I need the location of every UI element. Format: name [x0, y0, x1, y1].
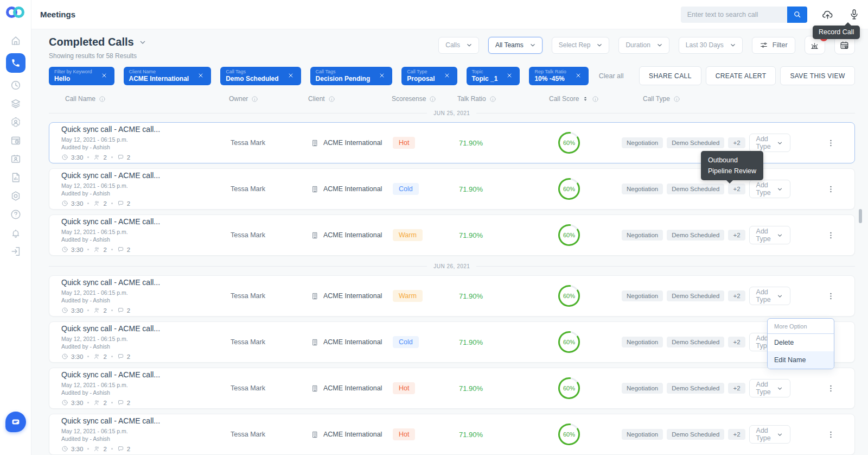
call-type-tag[interactable]: +2	[728, 230, 745, 241]
column-header-owner[interactable]: Owner	[228, 95, 298, 103]
call-title[interactable]: Quick sync call - ACME call...	[61, 278, 228, 287]
sidebar-item-notifications[interactable]	[10, 227, 22, 239]
context-menu-item-edit-name[interactable]: Edit Name	[768, 351, 834, 369]
sidebar-item-help[interactable]	[10, 208, 22, 220]
call-type-tag[interactable]: +2	[728, 429, 745, 440]
sidebar-item-history[interactable]	[10, 79, 22, 91]
row-kebab-menu[interactable]	[824, 136, 838, 150]
dropdown-select-rep[interactable]: Select Rep	[552, 37, 610, 54]
call-title[interactable]: Quick sync call - ACME call...	[61, 324, 228, 333]
call-title[interactable]: Quick sync call - ACME call...	[61, 125, 228, 134]
remove-chip-button[interactable]	[379, 72, 385, 79]
remove-chip-button[interactable]	[197, 72, 204, 79]
call-type-tag: Demo Scheduled	[667, 137, 724, 148]
remove-chip-button[interactable]	[444, 72, 450, 79]
column-header-talk-ratio[interactable]: Talk Ratio	[448, 95, 521, 103]
call-row[interactable]: Quick sync call - ACME call... May 12, 2…	[49, 321, 855, 363]
sidebar-item-file-report[interactable]	[10, 172, 22, 184]
create-alert-button[interactable]: CREATE ALERT	[706, 66, 776, 85]
view-title-text: Completed Calls	[49, 36, 134, 48]
call-score-ring: 60%	[521, 284, 603, 308]
scoresense-badge: Warm	[393, 229, 423, 241]
app-logo[interactable]	[6, 7, 24, 18]
column-header-scoresense[interactable]: Scoresense	[388, 95, 448, 103]
call-title[interactable]: Quick sync call - ACME call...	[61, 416, 228, 425]
call-row[interactable]: Quick sync call - ACME call... May 12, 2…	[49, 275, 855, 317]
row-kebab-menu[interactable]	[824, 289, 838, 303]
call-title[interactable]: Quick sync call - ACME call...	[61, 171, 228, 180]
sidebar-item-phone[interactable]	[6, 53, 25, 73]
call-row[interactable]: Quick sync call - ACME call... May 12, 2…	[49, 414, 855, 455]
column-header-client[interactable]: Client	[298, 95, 388, 103]
info-icon[interactable]	[251, 96, 258, 103]
comments-count: 2	[127, 200, 130, 207]
call-type-tag[interactable]: +2	[728, 184, 745, 194]
add-type-dropdown[interactable]: Add Type	[749, 180, 790, 198]
dropdown-calls[interactable]: Calls	[438, 37, 479, 54]
chevron-down-icon[interactable]	[138, 38, 147, 47]
share-call-button[interactable]: SHARE CALL	[639, 66, 701, 85]
search-button[interactable]	[787, 7, 807, 23]
sidebar-item-signout[interactable]	[10, 245, 22, 257]
chat-widget-button[interactable]	[5, 412, 26, 432]
call-row[interactable]: Quick sync call - ACME call... May 12, 2…	[49, 214, 855, 256]
owner-name: Tessa Mark	[228, 338, 299, 346]
dropdown-duration[interactable]: Duration	[618, 37, 669, 54]
participants-icon	[93, 246, 100, 253]
call-score-ring: 60%	[521, 177, 603, 201]
sidebar-item-contact-card[interactable]	[10, 153, 22, 165]
filter-button[interactable]: Filter	[752, 37, 795, 54]
date-separator-label: JUN 25, 2021	[433, 110, 470, 116]
participants-icon	[93, 399, 100, 406]
save-this-view-button[interactable]: SAVE THIS VIEW	[780, 66, 854, 85]
dropdown-all-teams[interactable]: All Teams	[488, 37, 542, 54]
call-title[interactable]: Quick sync call - ACME call...	[61, 217, 228, 226]
column-header-call-score[interactable]: Call Score	[521, 95, 602, 103]
call-type-tag[interactable]: +2	[728, 337, 745, 347]
record-call-button[interactable]	[848, 8, 860, 21]
chips-row: Filter by KeywordHelloClient NameACME In…	[49, 66, 855, 85]
add-type-dropdown[interactable]: Add Type	[749, 226, 790, 244]
sidebar-item-settings[interactable]	[10, 190, 22, 202]
add-type-dropdown[interactable]: Add Type	[749, 134, 790, 152]
remove-chip-button[interactable]	[288, 72, 294, 79]
add-type-dropdown[interactable]: Add Type	[749, 425, 790, 444]
search-input[interactable]	[681, 7, 787, 23]
info-icon[interactable]	[328, 96, 335, 103]
cloud-upload-button[interactable]	[821, 8, 834, 21]
row-kebab-menu[interactable]	[824, 229, 838, 242]
row-kebab-menu[interactable]	[824, 428, 838, 441]
clear-all-link[interactable]: Clear all	[599, 72, 624, 80]
info-icon[interactable]	[489, 96, 496, 103]
column-header-call-type[interactable]: Call Type	[602, 95, 711, 103]
sidebar-item-user-hexagon[interactable]	[10, 116, 22, 128]
add-type-dropdown[interactable]: Add Type	[749, 287, 790, 305]
remove-chip-button[interactable]	[575, 72, 582, 79]
add-type-dropdown[interactable]: Add Type	[749, 379, 790, 397]
sort-icon[interactable]	[582, 96, 589, 102]
sidebar-item-calendar-window[interactable]	[10, 135, 22, 147]
info-icon[interactable]	[429, 96, 436, 103]
scrollbar-thumb[interactable]	[859, 209, 862, 223]
remove-chip-button[interactable]	[101, 72, 107, 79]
row-kebab-menu[interactable]	[824, 182, 838, 196]
dropdown-last-30-days[interactable]: Last 30 Days	[679, 37, 743, 54]
filter-chip-10-45: Rep Talk Ratio10% -45%	[529, 67, 588, 85]
sidebar-item-layers[interactable]	[10, 98, 22, 110]
call-type-tag[interactable]: +2	[728, 290, 745, 301]
info-icon[interactable]	[592, 96, 599, 103]
call-type-tag[interactable]: +2	[728, 383, 745, 394]
column-header-call-name[interactable]: Call Name	[49, 95, 228, 103]
info-icon[interactable]	[673, 96, 680, 103]
contact-card-icon	[10, 153, 22, 165]
context-menu-item-delete[interactable]: Delete	[768, 334, 834, 351]
sidebar-item-home[interactable]	[10, 35, 22, 47]
call-type-tag[interactable]: +2	[728, 137, 745, 148]
home-icon	[10, 35, 22, 47]
call-title[interactable]: Quick sync call - ACME call...	[61, 370, 228, 379]
call-row[interactable]: Quick sync call - ACME call... May 12, 2…	[49, 368, 855, 409]
content: Completed Calls Showing results for 58 R…	[31, 29, 868, 455]
remove-chip-button[interactable]	[506, 72, 513, 79]
row-kebab-menu[interactable]	[824, 382, 838, 395]
info-icon[interactable]	[99, 96, 106, 103]
